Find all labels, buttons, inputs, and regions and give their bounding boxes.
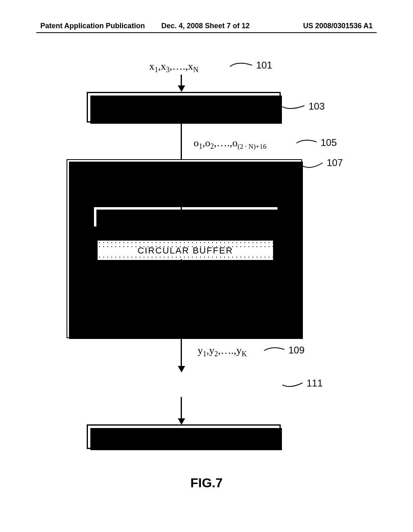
repetition-label: REPETITION CASE <box>198 308 284 319</box>
leader-107 <box>302 159 325 171</box>
tcb-label-2: BITS <box>119 276 138 285</box>
header-rule <box>36 32 377 33</box>
input-sequence-x: x1,x3,….,xN <box>149 60 198 74</box>
ref-109: 109 <box>288 345 305 356</box>
ref-107: 107 <box>327 157 343 168</box>
header-middle: Dec. 4, 2008 Sheet 7 of 12 <box>161 22 250 30</box>
leader-701 <box>230 165 258 177</box>
arrow-3 <box>181 197 182 235</box>
arrow-5 <box>181 397 182 419</box>
ref-103: 103 <box>309 101 325 112</box>
box-103-line2: WITH TAIL BITS <box>148 107 219 118</box>
header-right: US 2008/0301536 A1 <box>303 22 373 30</box>
tcb-arrow-line <box>78 272 180 273</box>
box-111-label: CHANNEL INTERLEAVING <box>125 432 242 442</box>
repetition-arrowhead <box>70 245 77 251</box>
header-left: Patent Application Publication <box>40 22 145 30</box>
box-705-circular-buffer: CIRCULAR BUFFER <box>97 240 274 261</box>
box-705-label: CIRCULAR BUFFER <box>98 245 273 256</box>
leader-109 <box>264 345 286 357</box>
box-111-channel-interleaving: CHANNEL INTERLEAVING <box>87 424 281 449</box>
ref-701: 701 <box>256 164 272 176</box>
arrowhead-1 <box>178 85 185 92</box>
leader-101 <box>230 60 254 73</box>
ref-111: 111 <box>307 378 323 389</box>
ref-703: 703 <box>119 217 135 228</box>
flowchart: x1,x3,….,xN 101 1/2 RATE CONVOLUTIONAL C… <box>73 56 339 476</box>
sequence-y-out: y1,y2,….,yK <box>198 345 247 358</box>
ref-105: 105 <box>321 137 337 148</box>
box-103-line1: 1/2 RATE CONVOLUTIONAL CODING <box>101 97 266 107</box>
arrowhead-5 <box>178 418 185 425</box>
ref-705: 705 <box>269 223 286 234</box>
leader-103 <box>282 101 307 113</box>
ref-101: 101 <box>256 60 272 71</box>
leader-105 <box>296 137 319 149</box>
sequence-o: o1,o2,….,o(2 · N)+16 <box>194 137 266 151</box>
arrow-1 <box>181 75 182 87</box>
leader-111 <box>282 379 305 391</box>
figure-caption: FIG.7 <box>0 476 413 490</box>
arrowhead-4 <box>178 366 185 372</box>
box-103-convolutional-coding: 1/2 RATE CONVOLUTIONAL CODING WITH TAIL … <box>87 92 281 123</box>
sequence-y-inner: y1,y2,….,y(2 · N)+16 <box>194 208 266 221</box>
tcb-label-1: TRANSMITTED CONTROL <box>80 261 187 270</box>
arrow-4 <box>181 337 182 367</box>
patent-page: Patent Application Publication Dec. 4, 2… <box>0 0 413 532</box>
arrowhead-3 <box>178 234 185 240</box>
